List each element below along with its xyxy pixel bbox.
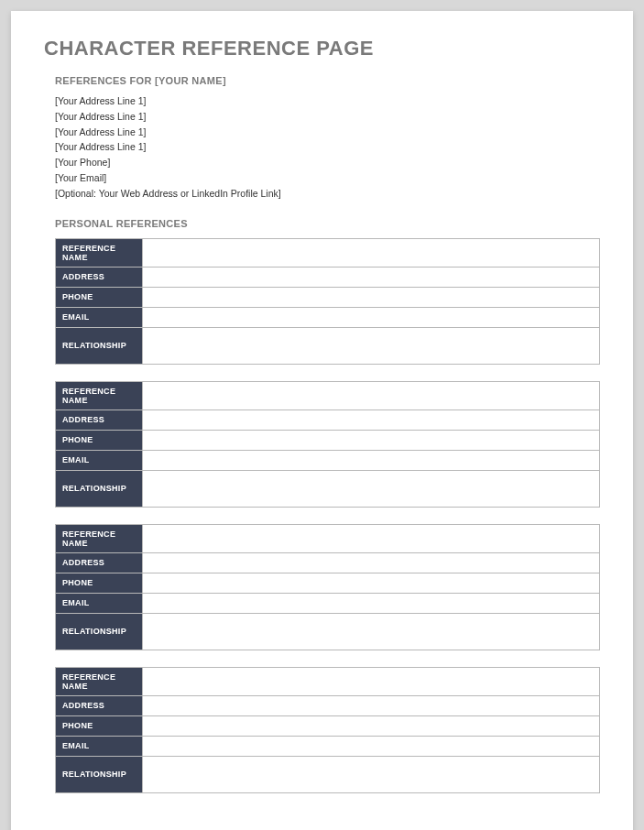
table-row: PHONE [56,573,600,593]
ref-value-name[interactable] [143,667,600,695]
ref-value-address[interactable] [143,552,600,573]
ref-label-name: REFERENCE NAME [56,238,143,267]
table-row: RELATIONSHIP [56,327,600,364]
ref-value-address[interactable] [143,267,600,287]
ref-value-email[interactable] [143,307,600,327]
document-page: CHARACTER REFERENCE PAGE REFERENCES FOR … [11,11,633,830]
ref-label-name: REFERENCE NAME [56,381,143,410]
info-line: [Your Email] [55,170,600,186]
ref-value-phone[interactable] [143,430,600,450]
ref-value-email[interactable] [143,736,600,756]
ref-value-relationship[interactable] [143,327,600,364]
ref-label-address: ADDRESS [56,552,143,573]
ref-label-name: REFERENCE NAME [56,524,143,552]
ref-value-address[interactable] [143,695,600,715]
ref-value-phone[interactable] [143,715,600,736]
ref-value-email[interactable] [143,593,600,613]
info-line: [Your Address Line 1] [55,93,600,109]
reference-table: REFERENCE NAME ADDRESS PHONE EMAIL RELAT… [55,524,600,650]
ref-label-relationship: RELATIONSHIP [56,613,143,650]
info-line: [Your Address Line 1] [55,125,600,140]
table-row: EMAIL [56,307,600,327]
ref-label-email: EMAIL [56,736,143,756]
ref-label-relationship: RELATIONSHIP [56,327,143,364]
ref-label-address: ADDRESS [56,267,143,287]
table-row: RELATIONSHIP [56,613,600,650]
ref-value-name[interactable] [143,381,600,410]
table-row: RELATIONSHIP [56,470,600,507]
ref-label-phone: PHONE [56,573,143,593]
ref-value-email[interactable] [143,450,600,470]
table-row: PHONE [56,715,600,736]
table-row: PHONE [56,287,600,307]
table-row: EMAIL [56,736,600,756]
table-row: REFERENCE NAME [56,667,600,695]
table-row: EMAIL [56,450,600,470]
ref-label-relationship: RELATIONSHIP [56,756,143,792]
references-for-header: REFERENCES FOR [YOUR NAME] [55,75,600,86]
page-title: CHARACTER REFERENCE PAGE [44,37,600,60]
personal-references-header: PERSONAL REFERENCES [55,218,600,229]
ref-value-relationship[interactable] [143,613,600,650]
ref-value-name[interactable] [143,238,600,267]
ref-value-name[interactable] [143,524,600,552]
ref-value-relationship[interactable] [143,756,600,792]
ref-label-phone: PHONE [56,430,143,450]
ref-label-address: ADDRESS [56,695,143,715]
ref-value-phone[interactable] [143,573,600,593]
ref-value-phone[interactable] [143,287,600,307]
ref-value-address[interactable] [143,410,600,430]
ref-label-email: EMAIL [56,593,143,613]
reference-table: REFERENCE NAME ADDRESS PHONE EMAIL RELAT… [55,238,600,365]
ref-label-name: REFERENCE NAME [56,667,143,695]
ref-label-phone: PHONE [56,715,143,736]
table-row: REFERENCE NAME [56,381,600,410]
table-row: ADDRESS [56,410,600,430]
table-row: ADDRESS [56,552,600,573]
ref-label-address: ADDRESS [56,410,143,430]
table-row: REFERENCE NAME [56,238,600,267]
table-row: ADDRESS [56,695,600,715]
references-for-section: REFERENCES FOR [YOUR NAME] [Your Address… [55,75,600,202]
ref-label-email: EMAIL [56,307,143,327]
ref-label-phone: PHONE [56,287,143,307]
ref-value-relationship[interactable] [143,470,600,507]
reference-table: REFERENCE NAME ADDRESS PHONE EMAIL RELAT… [55,667,600,793]
info-line: [Your Phone] [55,155,600,170]
contact-info-block: [Your Address Line 1] [Your Address Line… [55,93,600,202]
table-row: ADDRESS [56,267,600,287]
ref-label-email: EMAIL [56,450,143,470]
table-row: RELATIONSHIP [56,756,600,792]
ref-label-relationship: RELATIONSHIP [56,470,143,507]
table-row: PHONE [56,430,600,450]
info-line: [Optional: Your Web Address or LinkedIn … [55,186,600,202]
info-line: [Your Address Line 1] [55,109,600,125]
info-line: [Your Address Line 1] [55,139,600,155]
table-row: REFERENCE NAME [56,524,600,552]
reference-table: REFERENCE NAME ADDRESS PHONE EMAIL RELAT… [55,381,600,508]
table-row: EMAIL [56,593,600,613]
